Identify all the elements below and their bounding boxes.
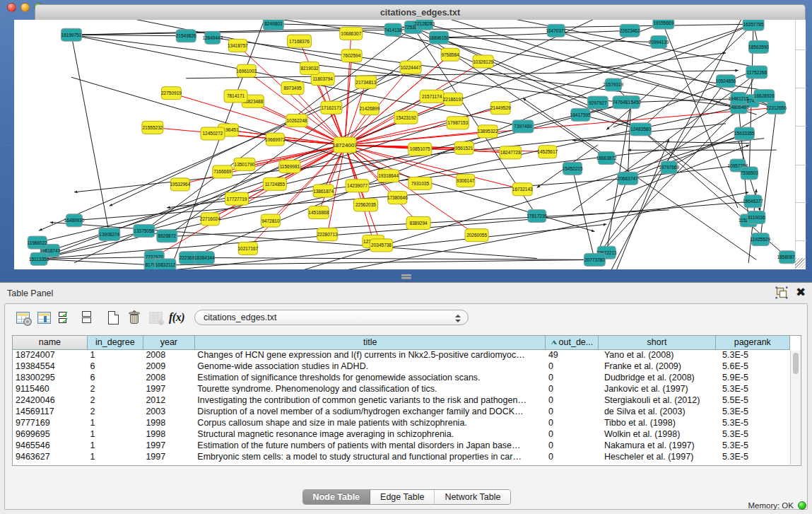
cell-out_degree[interactable]: 0 <box>546 428 599 440</box>
delete-column-icon[interactable] <box>124 307 145 328</box>
cell-out_degree[interactable]: 0 <box>546 383 599 395</box>
graph-node[interactable]: 12483580 <box>630 123 652 136</box>
tab-node-table[interactable]: Node Table <box>303 490 370 504</box>
graph-node[interactable]: 22562035 <box>353 199 377 211</box>
graph-node[interactable]: 19481215 <box>728 93 748 105</box>
graph-node[interactable]: 9472810 <box>261 214 280 227</box>
node-table[interactable]: name in_degree year title out_de... shor… <box>12 335 801 466</box>
graph-node[interactable]: 21449529 <box>490 102 511 115</box>
graph-node[interactable]: 17817236 <box>526 209 547 222</box>
tab-edge-table[interactable]: Edge Table <box>370 490 435 504</box>
graph-node[interactable]: 8219032 <box>300 62 319 75</box>
cell-title[interactable]: Structural magnetic resonance image aver… <box>194 428 546 440</box>
graph-node[interactable]: 7814171 <box>224 90 247 103</box>
cell-pagerank[interactable]: 5.3E-5 <box>715 451 789 462</box>
graph-node[interactable]: 16489930 <box>64 214 85 227</box>
cell-pagerank[interactable]: 5.3E-5 <box>715 349 789 361</box>
float-panel-icon[interactable] <box>775 286 788 299</box>
cell-in_degree[interactable]: 6 <box>87 361 143 372</box>
graph-node[interactable]: 21426899 <box>359 103 379 115</box>
cell-year[interactable]: 1997 <box>143 440 194 451</box>
cell-year[interactable]: 2012 <box>143 395 194 406</box>
cell-year[interactable]: 2008 <box>143 349 194 361</box>
graph-node[interactable]: 13501790 <box>234 158 255 170</box>
cell-pagerank[interactable]: 5.3E-5 <box>715 428 789 440</box>
cell-pagerank[interactable]: 5.3E-5 <box>715 417 789 428</box>
graph-node[interactable]: 10669972 <box>265 133 286 146</box>
graph-node[interactable]: 22186197 <box>443 93 464 105</box>
cell-name[interactable]: 18724007 <box>13 349 87 361</box>
graph-node[interactable]: 10217167 <box>237 242 258 255</box>
cell-short[interactable]: Yano et al. (2008) <box>599 349 715 361</box>
cell-in_degree[interactable]: 1 <box>87 451 143 462</box>
table-row[interactable]: 2242004622012Investigating the contribut… <box>13 395 790 406</box>
graph-node[interactable]: 18247728 <box>500 146 522 159</box>
cell-out_degree[interactable]: 0 <box>546 451 599 462</box>
cell-out_degree[interactable]: 0 <box>546 406 599 417</box>
graph-node[interactable]: 17168376 <box>288 35 312 47</box>
cell-out_degree[interactable]: 0 <box>546 417 599 428</box>
graph-node[interactable]: 20994139 <box>649 36 669 49</box>
graph-node[interactable]: 7166669 <box>213 165 233 178</box>
cell-title[interactable]: Estimation of significance thresholds fo… <box>194 372 546 383</box>
graph-node[interactable]: 18896150 <box>429 31 449 44</box>
graph-node[interactable]: 16417595 <box>570 108 591 121</box>
checklist-icon[interactable]: ✓ ✓ <box>54 307 76 328</box>
graph-node[interactable]: 21579319 <box>603 78 623 91</box>
graph-node[interactable]: 10470371 <box>546 24 566 37</box>
cell-title[interactable]: Disruption of a novel member of a sodium… <box>194 406 546 417</box>
cell-name[interactable]: 9699695 <box>13 428 87 440</box>
column-header-title[interactable]: title <box>194 336 546 349</box>
cell-pagerank[interactable]: 5.3E-5 <box>715 440 789 451</box>
graph-node[interactable]: 17727719 <box>225 192 249 205</box>
graph-node[interactable]: 7414138 <box>384 23 403 36</box>
graph-node[interactable]: 11986022 <box>28 236 48 249</box>
cell-title[interactable]: Changes of HCN gene expression and I(f) … <box>194 349 546 361</box>
cell-out_degree[interactable]: 0 <box>546 372 599 383</box>
graph-node[interactable]: 11724855 <box>263 177 286 190</box>
cell-out_degree[interactable]: 0 <box>546 361 599 372</box>
cell-short[interactable]: Stergiakouli et al. (2012) <box>599 395 715 406</box>
graph-node[interactable]: 21571174 <box>420 90 444 103</box>
close-icon[interactable]: ✖ <box>795 286 806 299</box>
cell-year[interactable]: 1998 <box>143 428 194 440</box>
graph-node[interactable]: 16732143 <box>512 183 533 196</box>
graph-nodes[interactable]: 1872400710851075193186441423907713861874… <box>28 20 795 269</box>
cell-title[interactable]: Embryonic stem cells: a model to study s… <box>194 451 546 462</box>
graph-node[interactable]: 11569981 <box>279 160 300 173</box>
graph-node[interactable]: 16357785 <box>743 20 764 30</box>
graph-node[interactable]: 10326129 <box>473 55 493 68</box>
graph-node[interactable]: 16628926 <box>754 90 775 103</box>
select-columns-icon[interactable] <box>33 307 54 328</box>
graph-node-hub[interactable]: 18724007 <box>332 137 358 153</box>
table-row[interactable]: 1456911722003Disruption of a novel membe… <box>13 406 790 417</box>
cell-title[interactable]: Tourette syndrome. Phenomenology and cla… <box>194 383 546 395</box>
cell-name[interactable]: 9115460 <box>13 383 87 395</box>
cell-title[interactable]: Genome-wide association studies in ADHD. <box>194 361 546 372</box>
graph-node[interactable]: 17162171 <box>321 101 342 114</box>
graph-node[interactable]: 8249803 <box>263 20 283 30</box>
table-row[interactable]: 946362711997Embryonic stem cells: a mode… <box>13 451 790 462</box>
table-row[interactable]: 1872400712008Changes of HCN gene express… <box>13 349 790 361</box>
scrollbar-thumb[interactable] <box>793 353 799 374</box>
graph-node[interactable]: 7476481 <box>613 96 631 109</box>
cell-name[interactable]: 9463627 <box>13 451 87 462</box>
graph-node[interactable]: 9306147 <box>457 174 475 187</box>
graph-node[interactable]: 22128283 <box>414 20 435 30</box>
column-header-year[interactable]: year <box>143 336 194 349</box>
cell-year[interactable]: 1997 <box>143 383 194 395</box>
graph-node[interactable]: 19797669 <box>659 161 679 174</box>
cell-name[interactable]: 9777169 <box>13 417 87 428</box>
cell-year[interactable]: 1997 <box>143 451 194 462</box>
graph-node[interactable]: 13861874 <box>313 185 334 197</box>
table-row[interactable]: 969969511998Structural magnetic resonanc… <box>13 428 790 440</box>
cell-in_degree[interactable]: 2 <box>87 395 143 406</box>
graph-node[interactable]: 20260055 <box>465 229 488 242</box>
cell-title[interactable]: Estimation of the future numbers of pati… <box>194 440 546 451</box>
cell-year[interactable]: 2009 <box>143 361 194 372</box>
cell-out_degree[interactable]: 0 <box>546 395 599 406</box>
split-rows-icon[interactable] <box>76 307 97 328</box>
graph-node[interactable]: 9119036 <box>748 211 765 224</box>
graph-node[interactable]: 19155669 <box>653 20 674 29</box>
graph-node[interactable]: 10686307 <box>340 27 363 40</box>
